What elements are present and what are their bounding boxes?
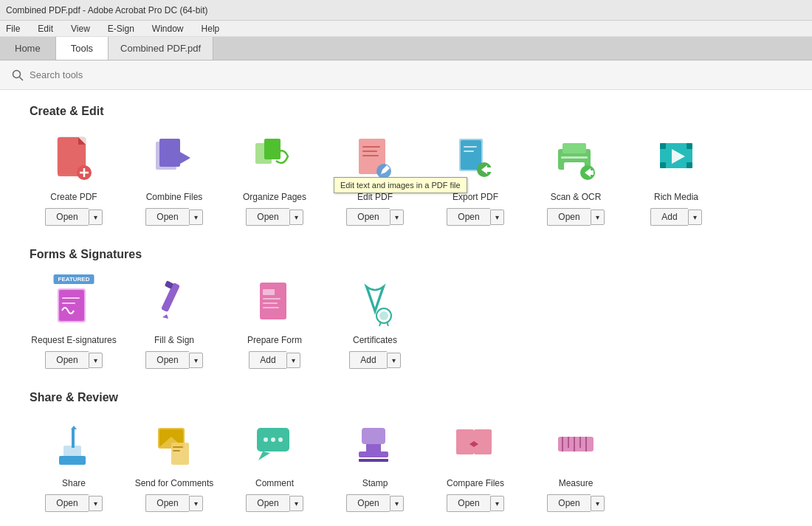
rich-media-dropdown-button[interactable]: ▾: [688, 210, 702, 225]
prepare-form-add-button[interactable]: Add: [249, 351, 286, 369]
tool-buttons-edit-pdf: Open ▾: [346, 208, 403, 226]
svg-rect-69: [359, 459, 388, 462]
fill-sign-dropdown-button[interactable]: ▾: [189, 353, 203, 368]
tool-name-request-esig: Request E-signatures: [31, 335, 116, 345]
tool-rich-media: Rich Media Add ▾: [632, 133, 720, 226]
svg-rect-66: [362, 428, 385, 444]
svg-rect-53: [59, 456, 86, 465]
tool-name-combine-files: Combine Files: [146, 192, 203, 202]
tab-tools[interactable]: Tools: [56, 37, 109, 60]
svg-rect-14: [362, 146, 380, 148]
tools-grid-create-edit: Create PDF Open ▾ Combine Files: [30, 133, 782, 226]
tool-buttons-organize-pages: Open ▾: [246, 208, 303, 226]
tool-prepare-form: Prepare Form Add ▾: [230, 276, 319, 369]
tool-scan-ocr: Scan & OCR Open ▾: [531, 133, 620, 226]
svg-rect-70: [456, 429, 474, 454]
send-comments-open-button[interactable]: Open: [145, 494, 188, 512]
tool-create-pdf: Create PDF Open ▾: [30, 133, 118, 226]
tool-icon-create-pdf: [47, 133, 100, 186]
svg-rect-59: [173, 446, 183, 448]
tool-name-create-pdf: Create PDF: [50, 192, 97, 202]
organize-pages-open-button[interactable]: Open: [246, 208, 289, 226]
svg-rect-25: [562, 143, 586, 153]
tool-fill-sign: Fill & Sign Open ▾: [130, 276, 219, 369]
menu-help[interactable]: Help: [199, 22, 223, 35]
combine-files-dropdown-button[interactable]: ▾: [189, 210, 203, 225]
svg-rect-71: [474, 429, 492, 454]
menu-esign[interactable]: E-Sign: [105, 22, 137, 35]
stamp-open-button[interactable]: Open: [346, 494, 389, 512]
tool-name-certificates: Certificates: [353, 335, 397, 345]
comment-dropdown-button[interactable]: ▾: [289, 496, 303, 511]
tool-comment: Comment Open ▾: [230, 419, 319, 512]
tool-buttons-comment: Open ▾: [246, 494, 303, 512]
tool-icon-share: [47, 419, 100, 472]
combine-files-open-button[interactable]: Open: [145, 208, 188, 226]
main-content: Create & Edit Create PDF: [0, 90, 812, 526]
tool-icon-request-esig: FEATURED: [47, 276, 100, 329]
svg-marker-41: [162, 314, 168, 319]
tool-icon-prepare-form: [248, 276, 301, 329]
menu-bar: File Edit View E-Sign Window Help: [0, 21, 812, 37]
prepare-form-dropdown-button[interactable]: ▾: [286, 353, 300, 368]
menu-edit[interactable]: Edit: [35, 22, 56, 35]
measure-dropdown-button[interactable]: ▾: [591, 496, 605, 511]
scan-ocr-open-button[interactable]: Open: [547, 208, 590, 226]
tool-name-export-pdf: Export PDF: [453, 192, 498, 202]
create-pdf-open-button[interactable]: Open: [45, 208, 88, 226]
tool-buttons-certificates: Add ▾: [349, 351, 400, 369]
tool-icon-measure: [549, 419, 602, 472]
measure-open-button[interactable]: Open: [547, 494, 590, 512]
fill-sign-open-button[interactable]: Open: [145, 351, 188, 369]
tool-name-measure: Measure: [559, 478, 593, 488]
tool-buttons-compare: Open ▾: [447, 494, 503, 512]
comment-open-button[interactable]: Open: [246, 494, 289, 512]
tool-icon-scan-ocr: [549, 133, 602, 186]
tab-document[interactable]: Combined PDF.pdf: [109, 37, 213, 60]
request-esig-dropdown-button[interactable]: ▾: [89, 353, 103, 368]
tools-grid-forms-signatures: FEATURED Request E-signatures Open ▾: [30, 276, 782, 369]
svg-rect-31: [660, 143, 666, 149]
tool-buttons-prepare-form: Add ▾: [249, 351, 300, 369]
certificates-add-button[interactable]: Add: [349, 351, 386, 369]
tool-buttons-request-esig: Open ▾: [45, 351, 102, 369]
tool-icon-compare: [449, 419, 502, 472]
tab-home[interactable]: Home: [0, 37, 56, 60]
tool-icon-stamp: [348, 419, 402, 472]
request-esig-open-button[interactable]: Open: [45, 351, 88, 369]
send-comments-dropdown-button[interactable]: ▾: [189, 496, 203, 511]
export-pdf-dropdown-button[interactable]: ▾: [490, 210, 504, 225]
tool-name-send-comments: Send for Comments: [135, 478, 214, 488]
tool-name-edit-pdf: Edit PDF: [357, 192, 393, 202]
scan-ocr-dropdown-button[interactable]: ▾: [591, 210, 605, 225]
edit-pdf-open-button[interactable]: Open: [346, 208, 389, 226]
tool-name-compare: Compare Files: [447, 478, 504, 488]
tool-combine-files: Combine Files Open ▾: [130, 133, 219, 226]
menu-view[interactable]: View: [68, 22, 93, 35]
tool-buttons-scan-ocr: Open ▾: [547, 208, 604, 226]
organize-pages-dropdown-button[interactable]: ▾: [289, 210, 303, 225]
tool-buttons-share: Open ▾: [45, 494, 102, 512]
export-pdf-open-button[interactable]: Open: [447, 208, 489, 226]
create-pdf-dropdown-button[interactable]: ▾: [89, 210, 103, 225]
svg-rect-38: [62, 297, 80, 299]
compare-open-button[interactable]: Open: [447, 494, 489, 512]
rich-media-add-button[interactable]: Add: [650, 208, 687, 226]
tool-measure: Measure Open ▾: [531, 419, 620, 512]
certificates-dropdown-button[interactable]: ▾: [387, 353, 401, 368]
tool-buttons-stamp: Open ▾: [346, 494, 403, 512]
tool-icon-rich-media: [650, 133, 703, 186]
compare-dropdown-button[interactable]: ▾: [490, 496, 504, 511]
share-open-button[interactable]: Open: [45, 494, 88, 512]
edit-pdf-dropdown-button[interactable]: ▾: [390, 210, 404, 225]
share-dropdown-button[interactable]: ▾: [89, 496, 103, 511]
menu-window[interactable]: Window: [149, 22, 187, 35]
svg-rect-47: [263, 307, 279, 308]
tool-name-comment: Comment: [255, 478, 294, 488]
search-icon: [12, 69, 24, 81]
menu-file[interactable]: File: [3, 22, 23, 35]
svg-rect-16: [362, 155, 379, 156]
tool-send-comments: Send for Comments Open ▾: [130, 419, 219, 512]
search-input[interactable]: [30, 69, 251, 80]
stamp-dropdown-button[interactable]: ▾: [390, 496, 404, 511]
